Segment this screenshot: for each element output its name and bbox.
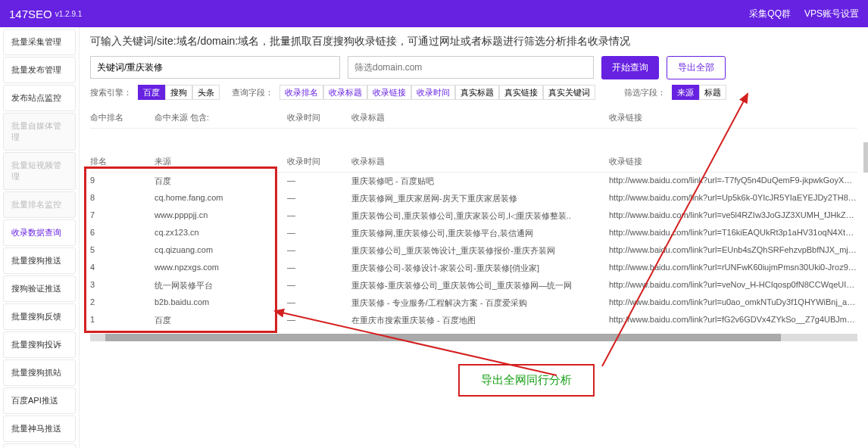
cell-time: — bbox=[287, 263, 351, 274]
filter-field-label: 筛选字段： bbox=[624, 87, 666, 98]
annotation-export-label: 导出全网同行分析 bbox=[458, 364, 595, 397]
cell-source: b2b.baidu.com bbox=[155, 297, 287, 309]
th-title: 收录标题 bbox=[351, 112, 609, 123]
cell-link: http://www.baidu.com/link?url=T16kiEAQUk… bbox=[609, 228, 857, 239]
table-row[interactable]: 9百度—重庆装修吧 - 百度贴吧http://www.baidu.com/lin… bbox=[90, 173, 857, 190]
table-row[interactable]: 6cq.zx123.cn—重庆装修网,重庆装修公司,重庆装修平台,装信通网htt… bbox=[90, 225, 857, 242]
keyword-input[interactable] bbox=[90, 56, 340, 79]
table-row[interactable]: 8cq.home.fang.com—重庆装修网_重庆家居网-房天下重庆家居装修h… bbox=[90, 190, 857, 207]
cell-link: http://www.baidu.com/link?url=veNov_H-HC… bbox=[609, 280, 857, 291]
table-row[interactable]: 5cq.qizuang.com—重庆装修公司_重庆装饰设计_重庆装修报价-重庆齐… bbox=[90, 242, 857, 260]
header-link-vps[interactable]: VPS账号设置 bbox=[804, 8, 859, 20]
cell-source: cq.qizuang.com bbox=[155, 245, 287, 257]
th-time: 收录时间 bbox=[287, 112, 351, 123]
cell-link: http://www.baidu.com/link?url=u0ao_omkNT… bbox=[609, 297, 857, 309]
sidebar-item-3[interactable]: 批量自媒体管理 bbox=[3, 113, 76, 151]
cell-time: — bbox=[287, 315, 351, 326]
query-field-tag-1[interactable]: 收录标题 bbox=[323, 85, 367, 100]
cell-source: 统一网装修平台 bbox=[155, 280, 287, 291]
sidebar-item-4[interactable]: 批量短视频管理 bbox=[3, 152, 76, 190]
engine-tag-2[interactable]: 头条 bbox=[192, 85, 220, 100]
cell-title: 重庆装修公司-装修设计-家装公司-重庆装修[俏业家] bbox=[351, 263, 609, 274]
cell-link: http://www.baidu.com/link?url=Up5k6k-0YI… bbox=[609, 193, 857, 204]
cell-time: — bbox=[287, 210, 351, 222]
cell-rank: 1 bbox=[90, 315, 155, 326]
sidebar-item-1[interactable]: 批量发布管理 bbox=[3, 57, 76, 83]
cell-title: 重庆装修公司_重庆装饰设计_重庆装修报价-重庆齐装网 bbox=[351, 245, 609, 257]
query-field-tag-6[interactable]: 真实关键词 bbox=[543, 85, 595, 100]
cell-rank: 3 bbox=[90, 280, 155, 291]
vscroll-indicator[interactable] bbox=[863, 142, 868, 173]
cell-link: http://www.baidu.com/link?url=-T7fyQ5n4D… bbox=[609, 176, 857, 187]
sidebar-item-0[interactable]: 批量采集管理 bbox=[3, 29, 76, 55]
engine-tag-0[interactable]: 百度 bbox=[138, 85, 165, 100]
cell-time: — bbox=[287, 280, 351, 291]
table-header-1: 命中排名 命中来源 包含: 收录时间 收录标题 收录链接 bbox=[90, 107, 857, 129]
table-row[interactable]: 7www.ppppjj.cn—重庆装饰公司,重庆装修公司,重庆家装公司,l◁重庆… bbox=[90, 207, 857, 225]
cell-source: cq.home.fang.com bbox=[155, 193, 287, 204]
th-link: 收录链接 bbox=[609, 112, 857, 123]
th2-rank: 排名 bbox=[90, 156, 155, 167]
th2-time: 收录时间 bbox=[287, 156, 351, 167]
header-link-qq[interactable]: 采集QQ群 bbox=[749, 8, 791, 20]
cell-source: cq.zx123.cn bbox=[155, 228, 287, 239]
th2-title: 收录标题 bbox=[351, 156, 609, 167]
table-row[interactable]: 3统一网装修平台—重庆装修-重庆装修公司_重庆装饰公司_重庆装修网—统一网htt… bbox=[90, 277, 857, 294]
query-field-label: 查询字段： bbox=[232, 87, 273, 98]
cell-link: http://www.baidu.com/link?url=ve5l4RZIw3… bbox=[609, 210, 857, 222]
cell-rank: 4 bbox=[90, 263, 155, 274]
sidebar-item-8[interactable]: 搜狗验证推送 bbox=[3, 275, 76, 302]
cell-time: — bbox=[287, 245, 351, 257]
cell-title: 在重庆市搜索重庆装修 - 百度地图 bbox=[351, 315, 609, 326]
sidebar-item-11[interactable]: 批量搜狗抓站 bbox=[3, 359, 76, 386]
sidebar-item-12[interactable]: 百度API推送 bbox=[3, 387, 76, 414]
query-field-tag-3[interactable]: 收录时间 bbox=[411, 85, 455, 100]
query-field-tag-4[interactable]: 真实标题 bbox=[455, 85, 499, 100]
sidebar-item-9[interactable]: 批量搜狗反馈 bbox=[3, 303, 76, 330]
query-field-tag-0[interactable]: 收录排名 bbox=[279, 85, 323, 100]
page-description: 可输入关键词/site:域名/domain:域名，批量抓取百度搜狗收录链接，可通… bbox=[90, 35, 857, 48]
cell-rank: 9 bbox=[90, 176, 155, 187]
sidebar-item-7[interactable]: 批量搜狗推送 bbox=[3, 247, 76, 274]
th-source: 命中来源 包含: bbox=[155, 112, 287, 123]
content-area: 可输入关键词/site:域名/domain:域名，批量抓取百度搜狗收录链接，可通… bbox=[80, 27, 868, 448]
cell-link: http://www.baidu.com/link?url=EUnb4sZQhS… bbox=[609, 245, 857, 257]
filter-domain-input[interactable] bbox=[348, 56, 594, 79]
engine-tag-1[interactable]: 搜狗 bbox=[165, 85, 192, 100]
cell-source: 百度 bbox=[155, 176, 287, 187]
sidebar-item-6[interactable]: 收录数据查询 bbox=[3, 219, 76, 246]
filter-field-tag-0[interactable]: 来源 bbox=[672, 85, 699, 100]
hscroll-thumb[interactable] bbox=[105, 334, 780, 341]
table-row[interactable]: 2b2b.baidu.com—重庆装修 - 专业服务/工程解决方案 - 百度爱采… bbox=[90, 294, 857, 312]
sidebar-item-13[interactable]: 批量神马推送 bbox=[3, 415, 76, 442]
export-all-button[interactable]: 导出全部 bbox=[667, 56, 726, 79]
sidebar: 批量采集管理批量发布管理发布站点监控批量自媒体管理批量短视频管理批量排名监控收录… bbox=[0, 27, 80, 448]
th-rank: 命中排名 bbox=[90, 112, 155, 123]
cell-time: — bbox=[287, 297, 351, 309]
start-query-button[interactable]: 开始查询 bbox=[601, 56, 659, 79]
cell-title: 重庆装修网_重庆家居网-房天下重庆家居装修 bbox=[351, 193, 609, 204]
app-version: v1.2.9.1 bbox=[55, 10, 83, 18]
sidebar-item-14[interactable]: 批量360推送 bbox=[3, 443, 76, 448]
table-row[interactable]: 1百度—在重庆市搜索重庆装修 - 百度地图http://www.baidu.co… bbox=[90, 312, 857, 329]
cell-source: www.ppppjj.cn bbox=[155, 210, 287, 222]
query-field-tag-5[interactable]: 真实链接 bbox=[499, 85, 543, 100]
filter-field-tag-1[interactable]: 标题 bbox=[699, 85, 726, 100]
cell-source: 百度 bbox=[155, 315, 287, 326]
query-field-tag-2[interactable]: 收录链接 bbox=[367, 85, 411, 100]
sidebar-item-5[interactable]: 批量排名监控 bbox=[3, 191, 76, 218]
cell-time: — bbox=[287, 176, 351, 187]
cell-title: 重庆装饰公司,重庆装修公司,重庆家装公司,l◁重庆装修整装.. bbox=[351, 210, 609, 222]
cell-title: 重庆装修网,重庆装修公司,重庆装修平台,装信通网 bbox=[351, 228, 609, 239]
cell-rank: 8 bbox=[90, 193, 155, 204]
th2-source: 来源 bbox=[155, 156, 287, 167]
cell-rank: 7 bbox=[90, 210, 155, 222]
cell-link: http://www.baidu.com/link?url=fG2v6GDVx4… bbox=[609, 315, 857, 326]
table-row[interactable]: 4www.npzxgs.com—重庆装修公司-装修设计-家装公司-重庆装修[俏业… bbox=[90, 260, 857, 277]
hscroll-track[interactable] bbox=[90, 334, 857, 341]
app-title: 147SEO bbox=[9, 8, 52, 20]
sidebar-item-2[interactable]: 发布站点监控 bbox=[3, 85, 76, 111]
cell-source: www.npzxgs.com bbox=[155, 263, 287, 274]
cell-time: — bbox=[287, 193, 351, 204]
sidebar-item-10[interactable]: 批量搜狗投诉 bbox=[3, 331, 76, 358]
